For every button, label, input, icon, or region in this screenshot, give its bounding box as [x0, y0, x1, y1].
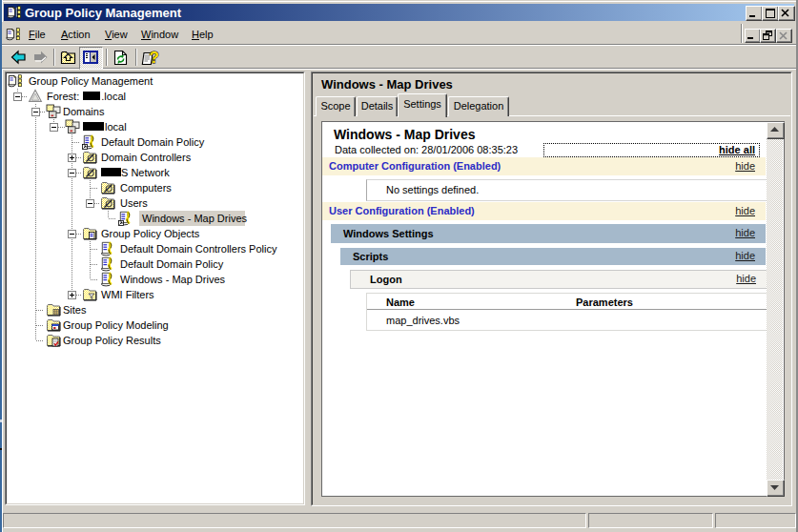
svg-text:?: ? [150, 50, 159, 66]
